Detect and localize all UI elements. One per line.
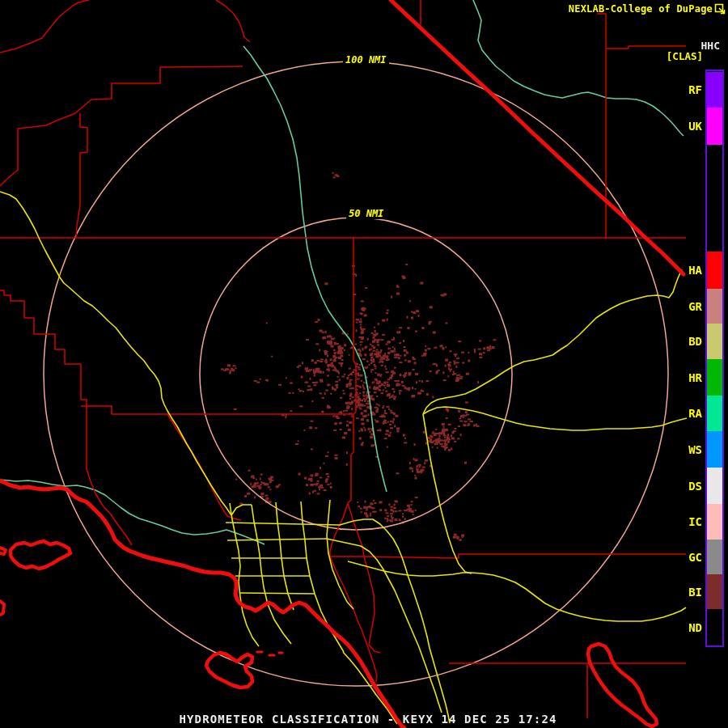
status-bar: HYDROMETEOR CLASSIFICATION - KEYX 14 DEC… <box>180 713 557 726</box>
legend-block-ND <box>707 609 722 645</box>
legend-block-BD <box>707 324 722 359</box>
interstate-line <box>391 0 684 274</box>
island-outline <box>206 653 252 688</box>
legend-label-DS: DS <box>688 480 702 493</box>
legend-block-BI <box>707 574 722 609</box>
radar-display: NEXLAB-College of DuPage HHC [CLAS] 100 … <box>0 0 728 728</box>
legend-label-RA: RA <box>688 407 702 420</box>
legend-block-HA <box>707 252 722 289</box>
legend-label-RF: RF <box>688 83 702 96</box>
legend-label-HR: HR <box>688 371 702 384</box>
legend-label-GC: GC <box>688 551 702 564</box>
legend-label-GR: GR <box>688 300 702 313</box>
legend-block-WS <box>707 431 722 468</box>
legend-label-BI: BI <box>688 586 702 599</box>
legend-label-ND: ND <box>688 621 702 634</box>
product-code: HHC <box>701 40 720 52</box>
legend-block-RF <box>707 72 722 108</box>
island-outline <box>11 541 70 569</box>
legend-block-RA <box>707 396 722 431</box>
product-mode: [CLAS] <box>667 50 703 62</box>
legend-label-UK: UK <box>688 120 702 133</box>
nexlab-logo-icon <box>714 2 726 18</box>
range-ring-label-100nmi: 100 NMI <box>343 54 389 66</box>
legend-label-WS: WS <box>688 443 702 456</box>
legend-block-GR <box>707 289 722 324</box>
legend-label-HA: HA <box>688 264 702 277</box>
brand-text: NEXLAB-College of DuPage <box>569 3 713 15</box>
island-outline <box>588 644 657 726</box>
range-ring-label-50nmi: 50 NMI <box>346 208 386 219</box>
rivers <box>0 0 684 544</box>
legend-label-BD: BD <box>688 335 702 348</box>
legend-block-DS <box>707 468 722 504</box>
legend-block-GC <box>707 540 722 574</box>
county-boundaries <box>0 0 686 718</box>
base-map <box>0 0 728 728</box>
legend-block-HR <box>707 359 722 396</box>
legend-color-bar <box>705 70 724 647</box>
highways <box>0 192 687 724</box>
legend-block-UK <box>707 108 722 145</box>
legend-label-IC: IC <box>688 515 702 528</box>
legend-block-IC <box>707 504 722 540</box>
legend-block-gap <box>707 145 722 252</box>
